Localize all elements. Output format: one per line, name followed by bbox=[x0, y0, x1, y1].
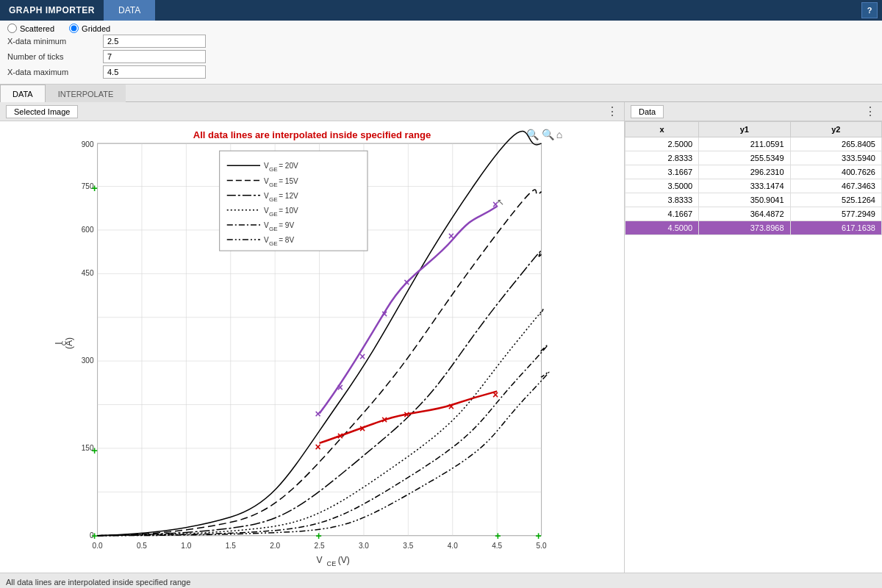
svg-text:×: × bbox=[492, 389, 498, 401]
radio-group: Scattered Gridded bbox=[7, 24, 875, 33]
svg-text:5.0: 5.0 bbox=[537, 542, 547, 550]
cell-y1: 373.8968 bbox=[699, 221, 790, 235]
scattered-label: Scattered bbox=[20, 24, 54, 33]
num-ticks-input[interactable] bbox=[103, 50, 206, 63]
num-ticks-row: Number of ticks bbox=[7, 50, 875, 63]
top-controls-panel: Scattered Gridded X-data minimum Number … bbox=[0, 21, 882, 85]
svg-text:×: × bbox=[381, 308, 387, 320]
svg-text:CE: CE bbox=[327, 560, 337, 567]
x-data-max-input[interactable] bbox=[103, 65, 206, 79]
svg-text:(A): (A) bbox=[64, 337, 74, 349]
cell-x: 2.8333 bbox=[625, 151, 699, 165]
table-row[interactable]: 3.1667 296.2310 400.7626 bbox=[625, 165, 882, 179]
cell-y2: 577.2949 bbox=[790, 207, 881, 221]
svg-text:+: + bbox=[92, 530, 98, 542]
data-tab[interactable]: DATA bbox=[104, 0, 155, 21]
svg-text:V: V bbox=[264, 207, 269, 215]
chart-area: All data lines are interpolated inside s… bbox=[0, 121, 624, 573]
main-layout: Selected Image ⋮ All data lines are inte… bbox=[0, 102, 882, 573]
svg-text:4.5: 4.5 bbox=[492, 542, 502, 550]
cell-y2: 467.3463 bbox=[790, 179, 881, 193]
x-data-max-label: X-data maximum bbox=[7, 68, 103, 76]
data-panel-tab[interactable]: Data bbox=[631, 105, 664, 118]
col-y1-header: y1 bbox=[699, 122, 790, 137]
svg-text:0.5: 0.5 bbox=[137, 542, 147, 550]
col-x-header: x bbox=[625, 122, 699, 137]
svg-text:900: 900 bbox=[82, 140, 94, 148]
cell-x: 3.1667 bbox=[625, 165, 699, 179]
table-row[interactable]: 3.8333 350.9041 525.1264 bbox=[625, 193, 882, 207]
svg-text:= 15V: = 15V bbox=[279, 177, 298, 185]
svg-text:= 8V: = 8V bbox=[279, 236, 294, 244]
svg-text:V: V bbox=[264, 236, 269, 244]
svg-text:×: × bbox=[448, 401, 454, 412]
table-row[interactable]: 4.5000 373.8968 617.1638 bbox=[625, 221, 882, 235]
svg-text:×: × bbox=[315, 408, 321, 420]
x-data-min-input[interactable] bbox=[103, 35, 206, 48]
svg-text:V: V bbox=[264, 162, 269, 170]
cell-y1: 296.2310 bbox=[699, 165, 790, 179]
svg-text:All data lines are interpolate: All data lines are interpolated inside s… bbox=[193, 129, 431, 140]
svg-text:300: 300 bbox=[82, 356, 94, 365]
svg-text:🔍: 🔍 bbox=[526, 128, 539, 141]
cell-y2: 265.8405 bbox=[790, 137, 881, 151]
svg-text:×: × bbox=[381, 414, 387, 426]
sub-tab-data[interactable]: DATA bbox=[0, 85, 46, 102]
cell-y2: 400.7626 bbox=[790, 165, 881, 179]
svg-text:GE: GE bbox=[269, 226, 278, 232]
x-data-min-label: X-data minimum bbox=[7, 37, 103, 46]
help-button[interactable]: ? bbox=[861, 2, 878, 18]
svg-text:×: × bbox=[337, 430, 343, 442]
right-panel-header: Data ⋮ bbox=[625, 102, 882, 121]
num-ticks-label: Number of ticks bbox=[7, 52, 103, 61]
svg-text:×: × bbox=[337, 381, 343, 393]
svg-text:GE: GE bbox=[269, 196, 278, 203]
table-row[interactable]: 2.8333 255.5349 333.5940 bbox=[625, 151, 882, 165]
table-row[interactable]: 4.1667 364.4872 577.2949 bbox=[625, 207, 882, 221]
right-panel-menu[interactable]: ⋮ bbox=[864, 104, 876, 118]
svg-text:+: + bbox=[92, 182, 98, 194]
svg-text:= 20V: = 20V bbox=[279, 162, 298, 170]
cell-y2: 617.1638 bbox=[790, 221, 881, 235]
x-data-max-row: X-data maximum bbox=[7, 65, 875, 79]
gridded-radio[interactable]: Gridded bbox=[69, 24, 110, 33]
status-message: All data lines are interpolated inside s… bbox=[6, 578, 190, 587]
cell-y1: 211.0591 bbox=[699, 137, 790, 151]
svg-text:+: + bbox=[495, 530, 501, 542]
cell-y1: 350.9041 bbox=[699, 193, 790, 207]
svg-text:2.5: 2.5 bbox=[315, 542, 325, 550]
scattered-radio[interactable]: Scattered bbox=[7, 24, 54, 33]
sub-tab-interpolate[interactable]: INTERPOLATE bbox=[46, 85, 126, 102]
data-table: x y1 y2 2.5000 211.0591 265.8405 2.8333 … bbox=[625, 121, 882, 573]
svg-text:GE: GE bbox=[269, 240, 278, 247]
cell-x: 3.8333 bbox=[625, 193, 699, 207]
svg-text:🔍: 🔍 bbox=[542, 128, 555, 141]
cell-x: 4.1667 bbox=[625, 207, 699, 221]
svg-text:0.0: 0.0 bbox=[93, 542, 103, 550]
sub-tabs-bar: DATA INTERPOLATE bbox=[0, 85, 882, 102]
svg-text:⌂: ⌂ bbox=[556, 129, 563, 140]
svg-text:×: × bbox=[359, 351, 365, 362]
cell-y1: 255.5349 bbox=[699, 151, 790, 165]
app-title: GRAPH IMPORTER bbox=[0, 5, 104, 15]
left-panel-menu[interactable]: ⋮ bbox=[606, 104, 618, 118]
svg-text:×: × bbox=[448, 230, 454, 242]
svg-text:V: V bbox=[264, 177, 269, 185]
svg-text:GE: GE bbox=[269, 182, 278, 188]
cell-x: 4.5000 bbox=[625, 221, 699, 235]
svg-text:+: + bbox=[92, 445, 98, 456]
table-row[interactable]: 2.5000 211.0591 265.8405 bbox=[625, 137, 882, 151]
cell-y1: 364.4872 bbox=[699, 207, 790, 221]
svg-text:+: + bbox=[316, 530, 322, 542]
right-panel: Data ⋮ x y1 y2 2.5000 211.0591 265.8405 … bbox=[625, 102, 882, 573]
svg-text:450: 450 bbox=[82, 269, 94, 277]
cell-y2: 525.1264 bbox=[790, 193, 881, 207]
cell-y2: 333.5940 bbox=[790, 151, 881, 165]
svg-text:2.0: 2.0 bbox=[270, 542, 280, 550]
selected-image-tab[interactable]: Selected Image bbox=[6, 105, 78, 118]
svg-text:V: V bbox=[264, 192, 269, 200]
table-row[interactable]: 3.5000 333.1474 467.3463 bbox=[625, 179, 882, 193]
svg-text:×: × bbox=[404, 276, 409, 288]
svg-text:1.0: 1.0 bbox=[181, 542, 191, 550]
col-y2-header: y2 bbox=[790, 122, 881, 137]
